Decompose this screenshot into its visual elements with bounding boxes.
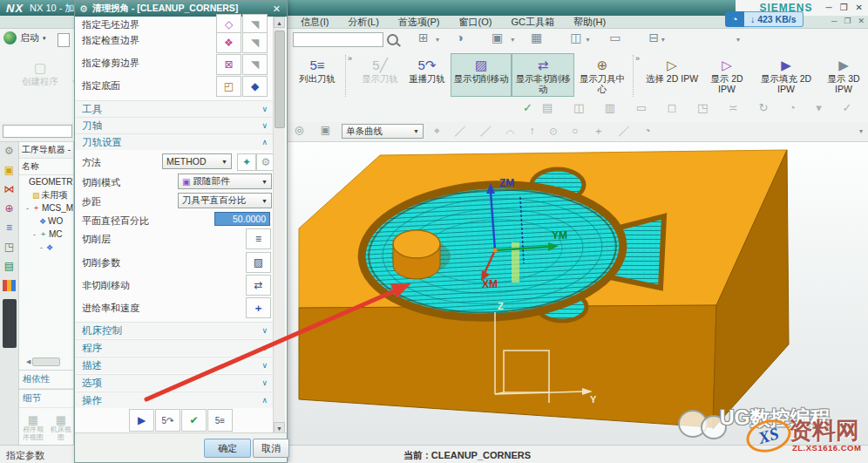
chevron-down-icon[interactable]: ∨	[261, 344, 268, 352]
scroll-up-icon[interactable]: ▲	[274, 17, 285, 28]
section-tool-axis[interactable]: 刀轴 ∨	[75, 117, 275, 133]
machine-view-button[interactable]: ▦ 机床视图	[49, 413, 73, 441]
section-description[interactable]: 描述 ∨	[75, 357, 275, 373]
tree-expander[interactable]: -	[33, 230, 39, 239]
trim-boundary-select-button[interactable]: ⊠	[216, 54, 241, 75]
overflow-icon[interactable]: »	[348, 54, 352, 63]
chevron-up-icon[interactable]: ∧	[261, 138, 268, 146]
parallel-generate-button[interactable]: 5↷	[155, 409, 180, 432]
show-filled-2d-ipw-button[interactable]: ▶ 显示填充 2D IPW ▾	[754, 53, 818, 97]
navigator-column-name[interactable]: 名称	[19, 159, 73, 175]
start-menu-button[interactable]: 启动 ▾	[3, 31, 46, 44]
chevron-down-icon[interactable]: ∨	[261, 361, 268, 370]
check-icon[interactable]: ✓	[523, 101, 532, 114]
section-options[interactable]: 选项 ∨	[75, 374, 275, 391]
generate-toolpath-button[interactable]: ▶	[129, 409, 154, 432]
chevron-down-icon[interactable]: ∨	[261, 378, 268, 387]
child-minimize-icon[interactable]: ─	[831, 17, 837, 25]
check-boundary-select-button[interactable]: ❖	[216, 32, 241, 53]
menu-preferences[interactable]: 首选项(P)	[398, 16, 440, 29]
chevron-down-icon[interactable]: ∨	[261, 121, 268, 130]
tree-row-mcs[interactable]: - ＋ MCS_M	[19, 201, 73, 214]
library-icon[interactable]	[3, 280, 16, 291]
child-close-icon[interactable]: ✕	[858, 17, 865, 25]
history-palette[interactable]	[3, 299, 17, 348]
navigator-hscrollbar[interactable]: ◀	[26, 357, 70, 366]
menu-analysis[interactable]: 分析(L)	[348, 16, 378, 29]
scroll-left-icon[interactable]: ◀	[26, 358, 31, 365]
child-window-controls[interactable]: ─ ❐ ✕	[831, 17, 865, 25]
toolbar-overflow-caret-icon[interactable]: ▾	[859, 127, 863, 135]
overflow-icon[interactable]: »	[635, 54, 640, 63]
snap-point-icons[interactable]: ⌖ ╱ ╱ ⌒ ↑ ⊙ ○ ＋ ╱ ◔	[434, 124, 657, 139]
group-handle[interactable]: »	[633, 55, 642, 97]
new-file-icon[interactable]	[58, 33, 70, 47]
scrollbar-thumb[interactable]	[32, 357, 60, 366]
prompt-input[interactable]	[3, 125, 72, 138]
check-boundary-display-button[interactable]: ◥	[242, 32, 268, 53]
dialog-scrollbar-thumb[interactable]	[275, 31, 285, 128]
feeds-speeds-button[interactable]: ＋	[246, 297, 271, 318]
method-new-button[interactable]: ✦	[237, 153, 256, 171]
list-toolpath-button[interactable]: 5≡ 列出刀轨	[292, 53, 342, 97]
cutting-parameters-button[interactable]: ▨	[246, 252, 271, 273]
show-tool-center-button[interactable]: ⊕ 显示刀具中心	[574, 53, 630, 97]
details-panel-header[interactable]: 细节	[19, 389, 73, 408]
menu-window[interactable]: 窗口(O)	[459, 16, 492, 29]
menu-information[interactable]: 信息(I)	[301, 16, 329, 29]
selection-filter-icons[interactable]: ◎ ▣	[295, 124, 337, 136]
close-button[interactable]: ✕	[856, 3, 863, 12]
section-machine-control[interactable]: 机床控制 ∨	[75, 322, 275, 338]
create-program-button[interactable]: ▢ 创建程序	[21, 56, 59, 88]
cancel-button[interactable]: 取消	[253, 439, 289, 458]
non-cutting-moves-button[interactable]: ⇄	[246, 275, 271, 296]
program-order-view-button[interactable]: ▦ 程序顺序视图	[21, 413, 45, 441]
menu-help[interactable]: 帮助(H)	[573, 16, 606, 29]
chevron-down-icon[interactable]: ∨	[261, 105, 268, 113]
child-restore-icon[interactable]: ❐	[844, 17, 851, 25]
template-icon[interactable]: ▤	[4, 261, 14, 272]
cut-pattern-select[interactable]: ▣ 跟随部件 ▼	[178, 174, 272, 189]
dependencies-panel-header[interactable]: 相依性	[19, 370, 73, 389]
command-search-input[interactable]	[293, 32, 383, 47]
minimize-button[interactable]: ─	[826, 3, 832, 12]
tree-row-mc[interactable]: - ＋ MC	[19, 228, 73, 241]
verify-toolpath-button[interactable]: ✔	[181, 409, 207, 432]
tree-expander[interactable]: -	[26, 204, 32, 213]
section-actions[interactable]: 操作 ∧	[75, 392, 275, 408]
floor-display-button[interactable]: ◆	[242, 76, 268, 97]
assembly-navigator-icon[interactable]: ▣	[4, 165, 14, 176]
menu-gc-toolbox[interactable]: GC工具箱	[511, 16, 554, 29]
machine-navigator-icon[interactable]: ◳	[4, 242, 14, 253]
floor-select-button[interactable]: ◰	[216, 76, 241, 97]
part-navigator-icon[interactable]: ⊕	[4, 203, 13, 214]
dialog-close-icon[interactable]: ✕	[271, 3, 282, 15]
show-3d-ipw-button[interactable]: ▶ 显示 3D IPW ▾	[818, 53, 868, 97]
method-select[interactable]: METHOD ▼	[162, 153, 232, 169]
list-toolpath-button-dialog[interactable]: 5≡	[207, 409, 233, 432]
view-toolbar-carets[interactable]: ▾ ▾ ▾ ▾ ▾	[436, 36, 775, 44]
search-icon[interactable]	[387, 34, 398, 45]
ok-button[interactable]: 确定	[204, 439, 251, 458]
show-cutting-moves-button[interactable]: ▨ 显示切削移动	[451, 53, 512, 97]
dialog-scrollbar[interactable]: ▲ ▼	[273, 17, 285, 433]
chevron-up-icon[interactable]: ∧	[261, 396, 268, 405]
tree-row-workpiece[interactable]: ❖ WO	[19, 214, 73, 228]
show-toolpath-button[interactable]: 5╱ 显示刀轨	[356, 53, 403, 97]
section-program[interactable]: 程序 ∨	[75, 339, 275, 356]
curve-rule-select[interactable]: 单条曲线 ▼	[342, 124, 424, 139]
gear-icon[interactable]: ⚙	[4, 146, 14, 157]
cut-levels-button[interactable]: ≡	[246, 228, 271, 249]
stepover-select[interactable]: 刀具平直百分比 ▼	[178, 193, 272, 208]
trim-boundary-display-button[interactable]: ◥	[242, 54, 268, 75]
section-tools[interactable]: 工具 ∨	[75, 100, 275, 117]
group-handle[interactable]: »	[345, 55, 355, 97]
replay-toolpath-button[interactable]: 5↷ 重播刀轨	[403, 53, 451, 97]
constraint-navigator-icon[interactable]: ⋈	[4, 184, 15, 195]
tree-row-body[interactable]: - ❖	[19, 241, 73, 254]
show-non-cutting-moves-button[interactable]: ⇄ 显示非切削移动	[512, 53, 574, 97]
section-path-settings[interactable]: 刀轨设置 ∧	[75, 133, 275, 150]
show-2d-ipw-button[interactable]: ▷ 显示 2D IPW ▾	[700, 53, 754, 97]
utility-icons-row[interactable]: ▤ ◫ ▥ ▭ ◻ ◳ ≍ ↻ ◔ ▾ ✓ ◫ ▥ ≍ ▾	[542, 101, 868, 114]
select-2d-ipw-button[interactable]: ▷ 选择 2D IPW	[644, 53, 700, 97]
